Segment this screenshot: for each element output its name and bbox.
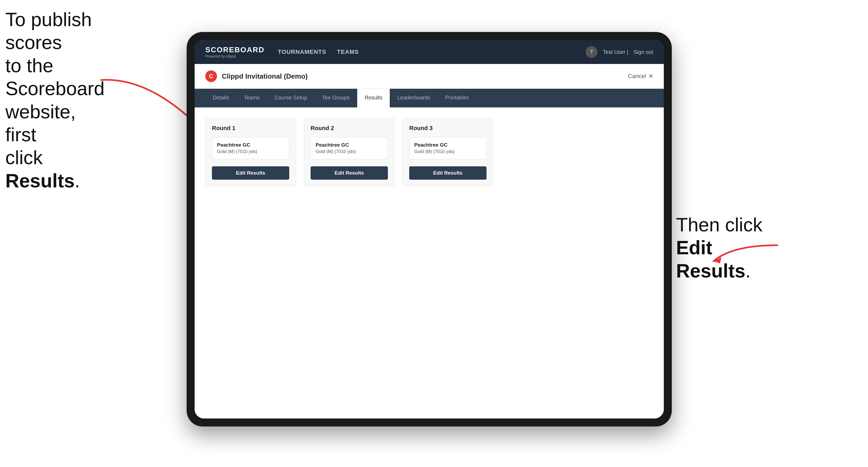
tab-details[interactable]: Details xyxy=(205,89,237,107)
main-content: Round 1 Peachtree GC Gold (M) (7010 yds)… xyxy=(195,107,664,418)
tab-tee-groups[interactable]: Tee Groups xyxy=(315,89,357,107)
course-details-2: Gold (M) (7010 yds) xyxy=(316,149,383,154)
round-3-title: Round 3 xyxy=(409,125,487,132)
round-2-title: Round 2 xyxy=(311,125,388,132)
logo-text: SCOREBOARD xyxy=(205,45,265,54)
edit-results-button-2[interactable]: Edit Results xyxy=(311,166,388,180)
rounds-row: Round 1 Peachtree GC Gold (M) (7010 yds)… xyxy=(205,118,653,186)
tournament-icon: C xyxy=(205,70,217,82)
tablet-screen: SCOREBOARD Powered by clippd TOURNAMENTS… xyxy=(195,40,664,418)
tab-course-setup[interactable]: Course Setup xyxy=(267,89,315,107)
edit-results-button-1[interactable]: Edit Results xyxy=(212,166,289,180)
tab-printables[interactable]: Printables xyxy=(438,89,476,107)
nav-teams[interactable]: TEAMS xyxy=(337,47,359,57)
logo-sub: Powered by clippd xyxy=(205,54,265,58)
course-card-3: Peachtree GC Gold (M) (7010 yds) xyxy=(409,137,487,159)
round-card-1: Round 1 Peachtree GC Gold (M) (7010 yds)… xyxy=(205,118,296,186)
arrow-right-icon xyxy=(705,240,785,272)
round-1-title: Round 1 xyxy=(212,125,289,132)
tab-bar: Details Teams Course Setup Tee Groups Re… xyxy=(195,89,664,107)
user-name: Test User | xyxy=(603,49,628,55)
nav-links: TOURNAMENTS TEAMS xyxy=(278,47,586,57)
course-card-1: Peachtree GC Gold (M) (7010 yds) xyxy=(212,137,289,159)
course-name-2: Peachtree GC xyxy=(316,142,383,148)
close-icon: ✕ xyxy=(648,73,653,80)
tablet-frame: SCOREBOARD Powered by clippd TOURNAMENTS… xyxy=(187,32,672,427)
logo-area: SCOREBOARD Powered by clippd xyxy=(205,45,265,58)
sign-out-link[interactable]: Sign out xyxy=(634,49,653,55)
round-card-2: Round 2 Peachtree GC Gold (M) (7010 yds)… xyxy=(304,118,395,186)
instruction-left: To publish scores to the Scoreboard webs… xyxy=(5,8,106,192)
course-name-1: Peachtree GC xyxy=(217,142,284,148)
nav-bar: SCOREBOARD Powered by clippd TOURNAMENTS… xyxy=(195,40,664,64)
tournament-title-row: C Clippd Invitational (Demo) xyxy=(205,70,308,82)
edit-results-button-3[interactable]: Edit Results xyxy=(409,166,487,180)
tab-leaderboards[interactable]: Leaderboards xyxy=(390,89,437,107)
course-card-2: Peachtree GC Gold (M) (7010 yds) xyxy=(311,137,388,159)
round-card-3: Round 3 Peachtree GC Gold (M) (7010 yds)… xyxy=(403,118,493,186)
nav-tournaments[interactable]: TOURNAMENTS xyxy=(278,47,326,57)
tournament-header: C Clippd Invitational (Demo) Cancel ✕ xyxy=(195,64,664,89)
tab-teams[interactable]: Teams xyxy=(237,89,267,107)
course-details-1: Gold (M) (7010 yds) xyxy=(217,149,284,154)
tab-results[interactable]: Results xyxy=(357,89,390,107)
course-name-3: Peachtree GC xyxy=(414,142,482,148)
user-avatar: T xyxy=(586,46,597,58)
cancel-button[interactable]: Cancel ✕ xyxy=(628,73,653,80)
nav-right: T Test User | Sign out xyxy=(586,46,653,58)
tournament-name: Clippd Invitational (Demo) xyxy=(222,72,308,81)
course-details-3: Gold (M) (7010 yds) xyxy=(414,149,482,154)
